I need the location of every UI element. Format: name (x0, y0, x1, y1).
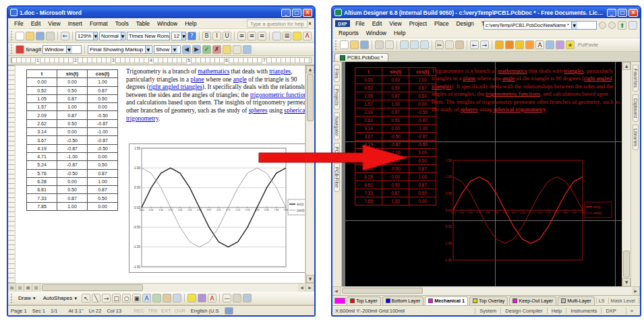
horizontal-scrollbar[interactable] (341, 287, 632, 295)
scroll-up-icon[interactable]: ▲ (306, 65, 314, 73)
line-icon[interactable]: ╲ (92, 294, 100, 302)
place-room-icon[interactable] (556, 40, 564, 49)
menu-format[interactable]: Format (86, 20, 111, 28)
next-change-icon[interactable]: ▶ (192, 45, 201, 54)
menu-file[interactable]: File (11, 20, 27, 28)
copy-icon[interactable] (445, 40, 454, 49)
diagram-icon[interactable] (152, 294, 161, 302)
scroll-left-icon[interactable]: ◀ (298, 284, 306, 292)
undo-icon[interactable]: ← (470, 40, 479, 49)
draw-menu[interactable]: Draw▼ (16, 295, 39, 301)
scroll-down-icon[interactable]: ▼ (622, 278, 631, 286)
line-style-icon[interactable]: — (223, 294, 231, 302)
toolbar-grip[interactable] (11, 44, 13, 54)
up-one-level-icon[interactable]: ⬆ (618, 21, 626, 30)
borders-icon[interactable]: ⊞ (283, 32, 291, 40)
word-titlebar[interactable]: 1.doc - Microsoft Word _ □ × (8, 7, 314, 18)
favorites-star-icon[interactable]: ★ (566, 40, 575, 49)
place-component-icon[interactable] (546, 40, 554, 49)
maximize-button[interactable]: □ (618, 9, 627, 17)
layer-tab-mechanical-1[interactable]: Mechanical 1 (425, 296, 468, 305)
layer-tab-top-overlay[interactable]: Top Overlay (469, 296, 508, 305)
layer-tab-bottom-layer[interactable]: Bottom Layer (382, 296, 424, 305)
menu-view[interactable]: View (386, 20, 405, 28)
vertical-scrollbar[interactable]: ▲ ▼ (305, 65, 314, 283)
horizontal-ruler[interactable]: 1234567 (8, 56, 314, 65)
toolbar-grip[interactable] (11, 294, 13, 303)
panel-button-help[interactable]: Help (547, 308, 566, 314)
vertical-ruler[interactable] (8, 65, 16, 283)
word-page[interactable]: tsin(t)cos(t)0.000.001.000.520.500.871.0… (16, 65, 305, 283)
bold-icon[interactable]: B (202, 32, 211, 40)
toolbar-grip[interactable] (11, 31, 13, 40)
place-line-icon[interactable] (495, 40, 504, 49)
font-color-2-icon[interactable]: A (208, 294, 216, 302)
close-button[interactable]: × (303, 9, 312, 17)
pcb-canvas[interactable]: tsin(t)cos(t)0.000.001.000.520.500.871.0… (342, 62, 622, 286)
close-document-icon[interactable]: × (308, 20, 312, 27)
underline-icon[interactable]: U (223, 32, 231, 40)
font-size-combo[interactable]: 12▼ (171, 32, 186, 40)
save-icon[interactable] (36, 32, 45, 40)
panel-button-dxp[interactable]: DXP (601, 308, 620, 314)
rectangle-icon[interactable]: □ (112, 294, 121, 302)
three-d-style-icon[interactable] (243, 294, 252, 302)
menu-table[interactable]: Table (133, 20, 153, 28)
hyperlink[interactable]: triangles (269, 68, 291, 75)
print-icon[interactable] (46, 32, 55, 40)
paste-icon[interactable] (455, 40, 464, 49)
document-path-combo[interactable]: c:\veryTemp\PCB1.PcbDoc\NewName * ▼ (484, 21, 597, 30)
highlight-icon[interactable] (293, 32, 301, 40)
hyperlink[interactable]: trigonometric functions (486, 90, 540, 97)
hyperlink[interactable]: trigonometric functions (250, 92, 305, 98)
new-document-icon[interactable] (16, 32, 24, 40)
accept-change-icon[interactable]: ✓ (202, 45, 211, 54)
print-layout-view-icon[interactable]: ▦ (24, 284, 32, 292)
outline-view-icon[interactable]: ▧ (32, 284, 40, 292)
select-objects-icon[interactable]: ↖ (82, 294, 90, 302)
hyperlink[interactable]: plane (463, 75, 476, 82)
zoom-area-icon[interactable] (420, 40, 429, 49)
menu-file[interactable]: File (352, 20, 368, 28)
zoom-in-icon[interactable] (400, 40, 409, 49)
menu-window[interactable]: Window (363, 29, 390, 37)
horizontal-scrollbar[interactable] (40, 284, 298, 292)
zoom-fit-icon[interactable] (410, 40, 419, 49)
redo-icon[interactable]: → (480, 40, 489, 49)
current-layer-color-swatch[interactable] (334, 298, 345, 304)
numbering-icon[interactable] (272, 32, 281, 40)
style-combo[interactable]: Normal▼ (99, 32, 125, 40)
zoom-combo[interactable]: 129%▼ (76, 32, 98, 40)
scroll-thumb[interactable] (342, 288, 423, 294)
align-right-icon[interactable]: ≡ (258, 32, 266, 40)
close-button[interactable]: × (628, 9, 638, 17)
hyperlink[interactable]: spheres (249, 107, 268, 114)
minimize-button[interactable]: _ (281, 9, 291, 17)
scroll-down-icon[interactable]: ▼ (306, 275, 314, 283)
panel-button-instruments[interactable]: Instruments (566, 308, 601, 314)
web-layout-view-icon[interactable]: ▥ (16, 284, 24, 292)
hyperlink[interactable]: right angled triangles (149, 84, 202, 90)
panel-tab-favorites[interactable]: Favorites (633, 65, 639, 92)
layer-control-ls[interactable]: LS (596, 298, 607, 304)
hyperlink[interactable]: triangles (564, 67, 584, 74)
menu-help[interactable]: Help (181, 20, 200, 28)
scroll-thumb[interactable] (307, 74, 314, 121)
menu-reports[interactable]: Reports (335, 29, 362, 37)
shadow-style-icon[interactable] (233, 294, 241, 302)
undo-icon[interactable]: ← (61, 32, 69, 40)
scroll-thumb[interactable] (42, 284, 143, 291)
menu-design[interactable]: Design (452, 20, 477, 28)
layer-control-mask-level[interactable]: Mask Level (608, 298, 637, 304)
menu-view[interactable]: View (45, 20, 63, 28)
hyperlink[interactable]: spheres (461, 106, 478, 112)
snagit-icon[interactable] (16, 45, 24, 54)
font-combo[interactable]: Times New Roman▼ (127, 32, 170, 40)
toolbar-grip[interactable] (335, 40, 337, 50)
menu-help[interactable]: Help (390, 29, 409, 37)
print-preview-icon[interactable] (385, 40, 394, 49)
reviewing-pane-icon[interactable] (243, 45, 252, 54)
place-via-icon[interactable] (515, 40, 524, 49)
panel-tab-files[interactable]: Files (334, 65, 340, 82)
line-color-icon[interactable] (198, 294, 206, 302)
